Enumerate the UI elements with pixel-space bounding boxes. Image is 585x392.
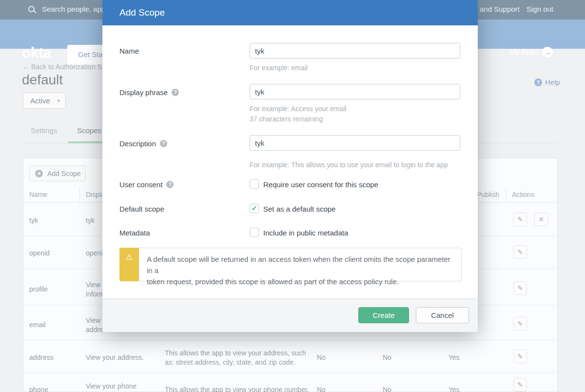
display-phrase-field[interactable] bbox=[250, 84, 460, 99]
cell-display: View your phone bbox=[86, 382, 136, 391]
page-title: default bbox=[22, 72, 63, 88]
cell-description-line2: as: street address, city, state, and zip… bbox=[165, 358, 295, 367]
status-value: Active bbox=[30, 97, 50, 105]
name-label: Name bbox=[119, 47, 139, 55]
pencil-icon: ✎ bbox=[517, 381, 523, 389]
cell-default: No bbox=[383, 385, 391, 392]
warning-line2: token request, provided this scope is al… bbox=[147, 276, 453, 287]
user-consent-checkbox[interactable] bbox=[250, 179, 259, 189]
metadata-checkbox-label: Include in public metadata bbox=[263, 229, 348, 237]
help-and-support-link[interactable]: and Support bbox=[480, 5, 520, 13]
description-helper-text: For example: This allows you to use your… bbox=[250, 161, 448, 169]
column-header-name: Name bbox=[29, 191, 47, 198]
cell-name: tyk bbox=[29, 216, 38, 225]
cell-public: Yes bbox=[448, 353, 460, 362]
tab-settings[interactable]: Settings bbox=[31, 126, 57, 135]
cell-display: tyk bbox=[86, 216, 95, 225]
name-field[interactable] bbox=[250, 43, 460, 59]
pencil-icon: ✎ bbox=[517, 216, 523, 223]
my-apps-link[interactable]: My Apps bbox=[509, 48, 539, 57]
status-dropdown[interactable]: Active ▾ bbox=[23, 93, 66, 109]
edit-button[interactable]: ✎ bbox=[513, 245, 527, 259]
cell-name: address bbox=[29, 353, 54, 362]
edit-button[interactable]: ✎ bbox=[513, 317, 527, 331]
cell-default: No bbox=[383, 353, 391, 362]
question-icon[interactable]: ? bbox=[166, 181, 174, 188]
cell-name: openid bbox=[29, 249, 50, 258]
description-label-text: Description bbox=[119, 139, 156, 148]
description-field[interactable] bbox=[250, 135, 460, 151]
warning-line1: A default scope will be returned in an a… bbox=[147, 254, 453, 276]
check-icon: ✓ bbox=[252, 204, 257, 212]
delete-button[interactable]: ✕ bbox=[534, 213, 548, 226]
modal-title: Add Scope bbox=[119, 7, 165, 18]
pencil-icon: ✎ bbox=[517, 284, 523, 292]
characters-remaining-text: 37 characters remaining bbox=[250, 115, 323, 123]
modal-footer: Create Cancel bbox=[102, 298, 478, 332]
search-input[interactable]: Search people, apps bbox=[42, 5, 109, 13]
name-helper-text: For example: email bbox=[250, 64, 308, 72]
display-phrase-label-text: Display phrase bbox=[119, 88, 168, 97]
chevron-down-icon: ▾ bbox=[57, 98, 60, 104]
cell-description: This allows the app to view your phone n… bbox=[165, 385, 309, 392]
column-separator bbox=[79, 188, 80, 202]
search-icon bbox=[28, 6, 35, 12]
metadata-checkbox[interactable] bbox=[250, 228, 259, 237]
warning-icon: ⚠ bbox=[119, 248, 139, 281]
user-consent-label-text: User consent bbox=[119, 180, 162, 189]
pencil-icon: ✎ bbox=[517, 353, 523, 360]
cell-description: This allows the app to view your address… bbox=[165, 349, 306, 358]
row-divider bbox=[23, 372, 557, 373]
edit-button[interactable]: ✎ bbox=[513, 350, 527, 363]
close-icon: ✕ bbox=[538, 216, 544, 223]
add-scope-modal: Add Scope Name For example: email Displa… bbox=[102, 0, 478, 332]
cancel-button[interactable]: Cancel bbox=[416, 307, 469, 323]
okta-logo[interactable]: okta bbox=[22, 44, 51, 61]
edit-button[interactable]: ✎ bbox=[513, 378, 527, 392]
help-icon[interactable]: ? bbox=[534, 78, 542, 86]
description-label: Description ? bbox=[119, 139, 167, 148]
create-button[interactable]: Create bbox=[358, 307, 409, 323]
tab-scopes[interactable]: Scopes bbox=[77, 126, 101, 135]
cell-display: View your address. bbox=[86, 353, 144, 362]
display-phrase-helper-text: For example: Access your email bbox=[250, 105, 346, 113]
modal-header: Add Scope bbox=[102, 0, 478, 25]
add-scope-button-label: Add Scope bbox=[47, 170, 81, 177]
help-link[interactable]: Help bbox=[545, 78, 560, 86]
display-phrase-label: Display phrase ? bbox=[119, 88, 179, 97]
cell-name: phone bbox=[29, 385, 48, 392]
user-consent-label: User consent ? bbox=[119, 180, 174, 189]
back-to-authorization-link[interactable]: ← Back to Authorization Se bbox=[22, 63, 105, 71]
cell-consent: No bbox=[317, 353, 326, 362]
default-scope-checkbox-label: Set as a default scope bbox=[263, 205, 335, 213]
sign-out-link[interactable]: Sign out bbox=[526, 5, 553, 13]
cell-display-line2: addre bbox=[86, 325, 103, 334]
cell-name: email bbox=[29, 320, 45, 330]
default-scope-checkbox[interactable]: ✓ bbox=[250, 204, 259, 213]
default-scope-label: Default scope bbox=[119, 205, 164, 213]
metadata-label: Metadata bbox=[119, 229, 150, 237]
plus-icon: + bbox=[35, 170, 43, 177]
warning-text: A default scope will be returned in an a… bbox=[139, 248, 462, 281]
pencil-icon: ✎ bbox=[517, 248, 523, 256]
cell-name: profile bbox=[29, 285, 48, 294]
question-icon[interactable]: ? bbox=[160, 140, 167, 147]
cell-public: Yes bbox=[448, 385, 460, 392]
edit-button[interactable]: ✎ bbox=[513, 281, 527, 295]
pencil-icon: ✎ bbox=[517, 320, 523, 328]
column-header-actions: Actions bbox=[512, 191, 534, 198]
okta-admin-screen: Search people, apps and Support Sign out… bbox=[0, 0, 585, 392]
default-scope-warning: ⚠ A default scope will be returned in an… bbox=[119, 248, 462, 281]
add-scope-button[interactable]: + Add Scope bbox=[29, 165, 86, 181]
column-separator bbox=[506, 188, 506, 202]
cell-consent: No bbox=[317, 385, 326, 392]
question-icon[interactable]: ? bbox=[172, 89, 179, 96]
arrow-right-icon[interactable]: → bbox=[542, 47, 553, 58]
edit-button[interactable]: ✎ bbox=[513, 213, 527, 226]
column-header-publish: Publish bbox=[477, 191, 499, 198]
user-consent-checkbox-label: Require user consent for this scope bbox=[263, 180, 378, 189]
row-divider bbox=[23, 340, 557, 340]
